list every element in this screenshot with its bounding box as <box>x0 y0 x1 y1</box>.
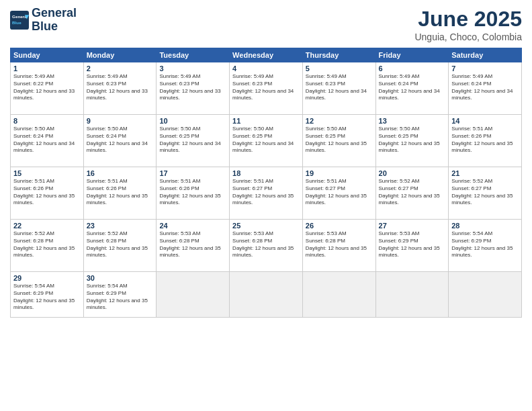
calendar-week-row: 29Sunrise: 5:54 AMSunset: 6:29 PMDayligh… <box>11 272 522 318</box>
day-info: Sunrise: 5:54 AMSunset: 6:29 PMDaylight:… <box>87 283 154 312</box>
calendar-week-row: 1Sunrise: 5:49 AMSunset: 6:22 PMDaylight… <box>11 62 522 115</box>
day-number: 27 <box>379 222 446 230</box>
calendar-day-cell: 15Sunrise: 5:51 AMSunset: 6:26 PMDayligh… <box>11 167 84 220</box>
day-number: 16 <box>87 169 154 177</box>
day-info: Sunrise: 5:50 AMSunset: 6:25 PMDaylight:… <box>306 126 373 154</box>
calendar-week-row: 22Sunrise: 5:52 AMSunset: 6:28 PMDayligh… <box>11 220 522 272</box>
weekday-header: Tuesday <box>157 48 230 62</box>
calendar-day-cell <box>157 272 230 318</box>
page: General Blue General Blue June 2025 Ungu… <box>0 0 532 411</box>
day-number: 25 <box>232 222 300 230</box>
logo-text: General Blue <box>32 7 77 34</box>
weekday-header: Wednesday <box>230 48 303 62</box>
calendar-day-cell: 21Sunrise: 5:52 AMSunset: 6:27 PMDayligh… <box>449 167 522 220</box>
calendar-day-cell <box>230 272 303 318</box>
weekday-header-row: SundayMondayTuesdayWednesdayThursdayFrid… <box>11 48 522 62</box>
day-number: 28 <box>451 222 519 230</box>
calendar-day-cell: 2Sunrise: 5:49 AMSunset: 6:23 PMDaylight… <box>83 62 157 115</box>
day-info: Sunrise: 5:52 AMSunset: 6:28 PMDaylight:… <box>87 230 154 259</box>
day-number: 30 <box>87 274 154 282</box>
day-info: Sunrise: 5:53 AMSunset: 6:28 PMDaylight:… <box>232 230 300 259</box>
day-number: 1 <box>13 64 81 73</box>
weekday-header: Thursday <box>302 48 375 62</box>
calendar-day-cell: 18Sunrise: 5:51 AMSunset: 6:27 PMDayligh… <box>230 167 303 220</box>
calendar-day-cell: 8Sunrise: 5:50 AMSunset: 6:24 PMDaylight… <box>11 115 84 167</box>
day-info: Sunrise: 5:49 AMSunset: 6:22 PMDaylight:… <box>13 73 81 102</box>
calendar-day-cell: 9Sunrise: 5:50 AMSunset: 6:24 PMDaylight… <box>83 115 157 167</box>
day-number: 2 <box>87 64 154 73</box>
calendar-day-cell: 19Sunrise: 5:51 AMSunset: 6:27 PMDayligh… <box>302 167 375 220</box>
day-number: 18 <box>232 169 300 177</box>
calendar-day-cell: 26Sunrise: 5:53 AMSunset: 6:28 PMDayligh… <box>302 220 375 272</box>
calendar-day-cell: 23Sunrise: 5:52 AMSunset: 6:28 PMDayligh… <box>83 220 157 272</box>
title-block: June 2025 Unguia, Choco, Colombia <box>414 7 522 42</box>
day-info: Sunrise: 5:53 AMSunset: 6:28 PMDaylight:… <box>306 230 373 259</box>
day-info: Sunrise: 5:53 AMSunset: 6:28 PMDaylight:… <box>159 230 226 259</box>
calendar-day-cell: 6Sunrise: 5:49 AMSunset: 6:24 PMDaylight… <box>375 62 449 115</box>
day-number: 21 <box>451 169 519 177</box>
day-info: Sunrise: 5:49 AMSunset: 6:23 PMDaylight:… <box>232 73 300 102</box>
day-info: Sunrise: 5:52 AMSunset: 6:27 PMDaylight:… <box>451 178 519 207</box>
day-info: Sunrise: 5:49 AMSunset: 6:23 PMDaylight:… <box>159 73 226 102</box>
calendar-day-cell: 29Sunrise: 5:54 AMSunset: 6:29 PMDayligh… <box>11 272 84 318</box>
day-info: Sunrise: 5:51 AMSunset: 6:26 PMDaylight:… <box>451 126 519 154</box>
calendar-week-row: 15Sunrise: 5:51 AMSunset: 6:26 PMDayligh… <box>11 167 522 220</box>
day-number: 19 <box>306 169 373 177</box>
calendar-day-cell: 4Sunrise: 5:49 AMSunset: 6:23 PMDaylight… <box>230 62 303 115</box>
calendar-day-cell <box>375 272 449 318</box>
calendar-day-cell: 27Sunrise: 5:53 AMSunset: 6:29 PMDayligh… <box>375 220 449 272</box>
day-number: 26 <box>306 222 373 230</box>
day-number: 15 <box>13 169 81 177</box>
calendar-table: SundayMondayTuesdayWednesdayThursdayFrid… <box>10 48 522 318</box>
weekday-header: Friday <box>375 48 449 62</box>
calendar-day-cell: 24Sunrise: 5:53 AMSunset: 6:28 PMDayligh… <box>157 220 230 272</box>
calendar-day-cell: 25Sunrise: 5:53 AMSunset: 6:28 PMDayligh… <box>230 220 303 272</box>
calendar-day-cell: 20Sunrise: 5:52 AMSunset: 6:27 PMDayligh… <box>375 167 449 220</box>
day-number: 14 <box>451 117 519 125</box>
weekday-header: Saturday <box>449 48 522 62</box>
day-number: 17 <box>159 169 226 177</box>
day-info: Sunrise: 5:50 AMSunset: 6:24 PMDaylight:… <box>13 126 81 154</box>
day-number: 23 <box>87 222 154 230</box>
calendar-day-cell: 14Sunrise: 5:51 AMSunset: 6:26 PMDayligh… <box>449 115 522 167</box>
weekday-header: Sunday <box>11 48 84 62</box>
calendar-subtitle: Unguia, Choco, Colombia <box>414 32 522 42</box>
calendar-day-cell: 7Sunrise: 5:49 AMSunset: 6:24 PMDaylight… <box>449 62 522 115</box>
day-info: Sunrise: 5:49 AMSunset: 6:24 PMDaylight:… <box>451 73 519 102</box>
calendar-day-cell: 16Sunrise: 5:51 AMSunset: 6:26 PMDayligh… <box>83 167 157 220</box>
day-info: Sunrise: 5:52 AMSunset: 6:27 PMDaylight:… <box>379 178 446 207</box>
day-number: 7 <box>451 64 519 73</box>
calendar-day-cell: 12Sunrise: 5:50 AMSunset: 6:25 PMDayligh… <box>302 115 375 167</box>
calendar-day-cell: 1Sunrise: 5:49 AMSunset: 6:22 PMDaylight… <box>11 62 84 115</box>
day-number: 11 <box>232 117 300 125</box>
day-number: 22 <box>13 222 81 230</box>
logo-line2: Blue <box>32 20 77 34</box>
day-number: 12 <box>306 117 373 125</box>
day-number: 10 <box>159 117 226 125</box>
day-number: 9 <box>87 117 154 125</box>
calendar-day-cell: 11Sunrise: 5:50 AMSunset: 6:25 PMDayligh… <box>230 115 303 167</box>
logo-line1: General <box>32 7 77 20</box>
calendar-day-cell: 3Sunrise: 5:49 AMSunset: 6:23 PMDaylight… <box>157 62 230 115</box>
day-number: 29 <box>13 274 81 282</box>
day-number: 13 <box>379 117 446 125</box>
day-info: Sunrise: 5:51 AMSunset: 6:26 PMDaylight:… <box>87 178 154 207</box>
day-info: Sunrise: 5:49 AMSunset: 6:23 PMDaylight:… <box>306 73 373 102</box>
day-info: Sunrise: 5:54 AMSunset: 6:29 PMDaylight:… <box>13 283 81 312</box>
calendar-day-cell: 22Sunrise: 5:52 AMSunset: 6:28 PMDayligh… <box>11 220 84 272</box>
day-info: Sunrise: 5:51 AMSunset: 6:27 PMDaylight:… <box>306 178 373 207</box>
day-number: 6 <box>379 64 446 73</box>
day-info: Sunrise: 5:50 AMSunset: 6:25 PMDaylight:… <box>232 126 300 154</box>
day-number: 5 <box>306 64 373 73</box>
day-info: Sunrise: 5:51 AMSunset: 6:26 PMDaylight:… <box>159 178 226 207</box>
calendar-day-cell: 17Sunrise: 5:51 AMSunset: 6:26 PMDayligh… <box>157 167 230 220</box>
header: General Blue General Blue June 2025 Ungu… <box>10 7 522 42</box>
day-info: Sunrise: 5:50 AMSunset: 6:25 PMDaylight:… <box>159 126 226 154</box>
calendar-day-cell: 28Sunrise: 5:54 AMSunset: 6:29 PMDayligh… <box>449 220 522 272</box>
calendar-day-cell: 10Sunrise: 5:50 AMSunset: 6:25 PMDayligh… <box>157 115 230 167</box>
calendar-day-cell <box>302 272 375 318</box>
day-number: 3 <box>159 64 226 73</box>
day-info: Sunrise: 5:49 AMSunset: 6:24 PMDaylight:… <box>379 73 446 102</box>
day-info: Sunrise: 5:50 AMSunset: 6:25 PMDaylight:… <box>379 126 446 154</box>
weekday-header: Monday <box>83 48 157 62</box>
